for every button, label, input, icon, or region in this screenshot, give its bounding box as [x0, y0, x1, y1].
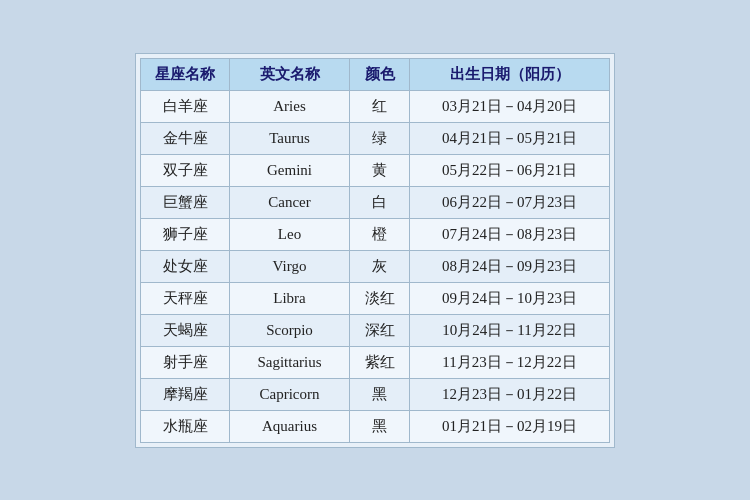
cell-date: 05月22日－06月21日 [410, 154, 610, 186]
cell-english: Cancer [230, 186, 350, 218]
cell-chinese: 白羊座 [141, 90, 230, 122]
cell-english: Aquarius [230, 410, 350, 442]
cell-chinese: 天蝎座 [141, 314, 230, 346]
cell-english: Scorpio [230, 314, 350, 346]
header-date: 出生日期（阳历） [410, 58, 610, 90]
cell-date: 09月24日－10月23日 [410, 282, 610, 314]
cell-color: 橙 [350, 218, 410, 250]
table-row: 射手座Sagittarius紫红11月23日－12月22日 [141, 346, 610, 378]
cell-color: 黄 [350, 154, 410, 186]
cell-date: 07月24日－08月23日 [410, 218, 610, 250]
cell-english: Virgo [230, 250, 350, 282]
table-row: 处女座Virgo灰08月24日－09月23日 [141, 250, 610, 282]
header-color: 颜色 [350, 58, 410, 90]
cell-english: Aries [230, 90, 350, 122]
table-row: 天秤座Libra淡红09月24日－10月23日 [141, 282, 610, 314]
cell-date: 01月21日－02月19日 [410, 410, 610, 442]
cell-color: 深红 [350, 314, 410, 346]
cell-color: 黑 [350, 410, 410, 442]
cell-english: Libra [230, 282, 350, 314]
cell-color: 灰 [350, 250, 410, 282]
header-english: 英文名称 [230, 58, 350, 90]
cell-english: Sagittarius [230, 346, 350, 378]
cell-chinese: 金牛座 [141, 122, 230, 154]
table-header-row: 星座名称 英文名称 颜色 出生日期（阳历） [141, 58, 610, 90]
cell-color: 黑 [350, 378, 410, 410]
cell-chinese: 水瓶座 [141, 410, 230, 442]
cell-english: Leo [230, 218, 350, 250]
cell-date: 11月23日－12月22日 [410, 346, 610, 378]
cell-chinese: 射手座 [141, 346, 230, 378]
cell-chinese: 狮子座 [141, 218, 230, 250]
cell-color: 白 [350, 186, 410, 218]
table-row: 巨蟹座Cancer白06月22日－07月23日 [141, 186, 610, 218]
cell-date: 04月21日－05月21日 [410, 122, 610, 154]
table-row: 水瓶座Aquarius黑01月21日－02月19日 [141, 410, 610, 442]
table-row: 摩羯座Capricorn黑12月23日－01月22日 [141, 378, 610, 410]
cell-chinese: 摩羯座 [141, 378, 230, 410]
cell-color: 红 [350, 90, 410, 122]
cell-date: 03月21日－04月20日 [410, 90, 610, 122]
cell-date: 06月22日－07月23日 [410, 186, 610, 218]
table-row: 狮子座Leo橙07月24日－08月23日 [141, 218, 610, 250]
cell-color: 绿 [350, 122, 410, 154]
table-row: 双子座Gemini黄05月22日－06月21日 [141, 154, 610, 186]
table-row: 白羊座Aries红03月21日－04月20日 [141, 90, 610, 122]
cell-date: 12月23日－01月22日 [410, 378, 610, 410]
cell-english: Taurus [230, 122, 350, 154]
cell-chinese: 处女座 [141, 250, 230, 282]
cell-chinese: 天秤座 [141, 282, 230, 314]
cell-english: Gemini [230, 154, 350, 186]
zodiac-table: 星座名称 英文名称 颜色 出生日期（阳历） 白羊座Aries红03月21日－04… [140, 58, 610, 443]
cell-color: 淡红 [350, 282, 410, 314]
header-chinese: 星座名称 [141, 58, 230, 90]
cell-date: 10月24日－11月22日 [410, 314, 610, 346]
cell-date: 08月24日－09月23日 [410, 250, 610, 282]
zodiac-table-container: 星座名称 英文名称 颜色 出生日期（阳历） 白羊座Aries红03月21日－04… [135, 53, 615, 448]
cell-chinese: 巨蟹座 [141, 186, 230, 218]
table-row: 天蝎座Scorpio深红10月24日－11月22日 [141, 314, 610, 346]
table-row: 金牛座Taurus绿04月21日－05月21日 [141, 122, 610, 154]
cell-english: Capricorn [230, 378, 350, 410]
cell-chinese: 双子座 [141, 154, 230, 186]
cell-color: 紫红 [350, 346, 410, 378]
